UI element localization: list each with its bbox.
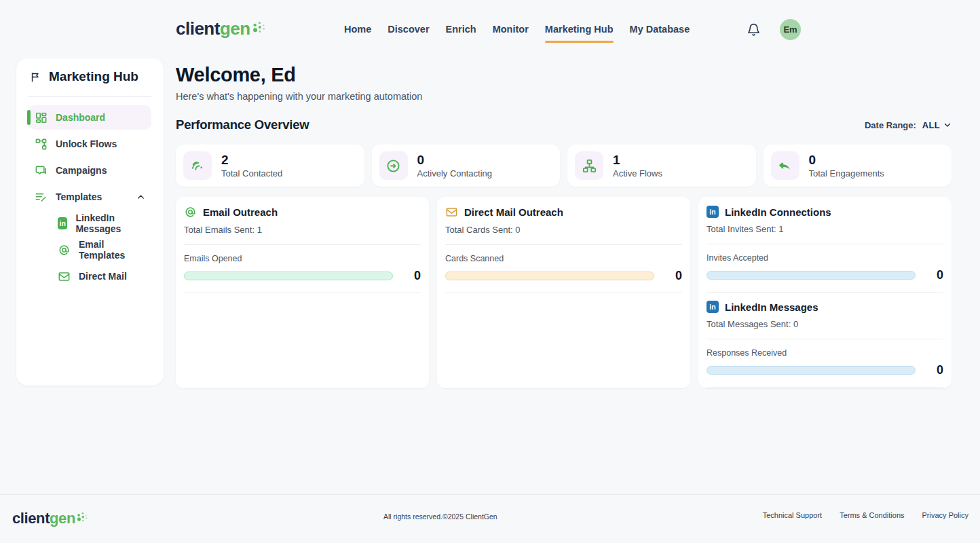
sidebar-item-unlock-flows[interactable]: Unlock Flows	[29, 132, 151, 156]
stat-card-total-engagements: 0 Total Engagements	[764, 145, 952, 187]
nav-item-monitor[interactable]: Monitor	[493, 20, 529, 39]
user-avatar[interactable]: Em	[780, 19, 801, 40]
brand-logo[interactable]: client gen	[176, 18, 266, 39]
stat-label: Total Contacted	[221, 168, 282, 179]
org-hierarchy-icon	[575, 151, 603, 180]
sidebar-item-email-templates[interactable]: Email Templates	[52, 238, 151, 262]
metric-label: Cards Scanned	[445, 254, 682, 263]
emails-opened-progress-bar	[184, 272, 393, 280]
main-content: Welcome, Ed Here's what's happening with…	[176, 58, 951, 388]
footer-link-terms-conditions[interactable]: Terms & Conditions	[840, 511, 904, 519]
metric-label: Responses Received	[706, 348, 943, 358]
divider	[706, 244, 943, 244]
stat-value: 0	[809, 153, 884, 167]
top-navbar: client gen Home Discover Enrich Monitor …	[0, 0, 980, 58]
sidebar-item-label: LinkedIn Messages	[75, 212, 145, 234]
direct-mail-outreach-panel: Direct Mail Outreach Total Cards Sent: 0…	[437, 197, 690, 388]
sidebar-item-dashboard[interactable]: Dashboard	[29, 105, 151, 130]
divider	[184, 293, 421, 293]
metric-value: 0	[411, 269, 421, 283]
sidebar-item-label: Dashboard	[56, 112, 105, 123]
sidebar-item-campaigns[interactable]: Campaigns	[29, 158, 151, 183]
page-subtitle: Here's what's happening with your market…	[176, 91, 951, 102]
date-range-value: ALL	[922, 120, 940, 130]
chevron-down-icon	[943, 121, 951, 129]
sidebar-item-label: Campaigns	[56, 165, 107, 176]
sidebar-item-direct-mail[interactable]: Direct Mail	[52, 264, 151, 288]
brand-logo-secondary: gen	[50, 510, 75, 527]
nav-item-home[interactable]: Home	[344, 20, 371, 39]
divider	[706, 387, 943, 388]
panel-title: LinkedIn Messages	[725, 301, 818, 313]
date-range-dropdown[interactable]: Date Range: ALL	[865, 120, 951, 130]
panel-title: Email Outreach	[203, 206, 278, 218]
envelope-icon	[58, 270, 71, 283]
flow-hierarchy-icon	[35, 138, 48, 151]
stat-value: 1	[613, 153, 662, 167]
stat-card-active-flows: 1 Active Flows	[567, 145, 756, 187]
stat-card-actively-contacting: 0 Actively Contacting	[372, 145, 561, 187]
nav-item-my-database[interactable]: My Database	[630, 20, 690, 39]
primary-nav: Home Discover Enrich Monitor Marketing H…	[344, 0, 690, 58]
sidebar-item-label: Direct Mail	[79, 271, 127, 282]
nav-item-discover[interactable]: Discover	[388, 20, 429, 39]
flag-icon	[30, 71, 41, 83]
sidebar-item-label: Templates	[56, 191, 102, 202]
brand-logo-primary: client	[176, 18, 220, 39]
panel-title: Direct Mail Outreach	[464, 206, 563, 218]
linkedin-icon: in	[706, 301, 719, 313]
stat-card-total-contacted: 2 Total Contacted	[176, 145, 364, 187]
footer-copyright: All rights reserved.©2025 ClientGen	[383, 512, 497, 521]
nav-item-marketing-hub[interactable]: Marketing Hub	[545, 20, 614, 39]
footer-brand-logo[interactable]: client gen	[12, 510, 88, 527]
nav-item-enrich[interactable]: Enrich	[446, 20, 476, 39]
arrow-circle-icon	[379, 151, 408, 180]
panel-total: Total Invites Sent: 1	[706, 224, 943, 234]
divider	[184, 244, 421, 245]
footer-links: Technical Support Terms & Conditions Pri…	[763, 511, 968, 519]
divider	[706, 339, 943, 339]
sidebar-item-label: Email Templates	[79, 239, 145, 261]
linkedin-icon: in	[58, 217, 67, 229]
divider	[445, 244, 682, 245]
linkedin-icon: in	[706, 206, 719, 218]
stat-label: Actively Contacting	[417, 168, 493, 179]
footer-link-privacy-policy[interactable]: Privacy Policy	[922, 511, 968, 519]
chat-bubbles-icon	[35, 164, 48, 177]
sidebar-title-label: Marketing Hub	[49, 69, 138, 84]
sidebar-title: Marketing Hub	[16, 69, 164, 84]
brand-logo-secondary: gen	[220, 18, 250, 39]
panel-title: LinkedIn Connections	[725, 206, 831, 218]
stat-label: Total Engagements	[809, 168, 884, 179]
stat-label: Active Flows	[613, 168, 662, 179]
templates-list-icon	[35, 191, 48, 204]
date-range-label: Date Range:	[865, 120, 916, 130]
cards-scanned-progress-bar	[445, 272, 654, 280]
metric-label: Emails Opened	[184, 254, 421, 263]
section-title: Performance Overview	[176, 117, 309, 132]
stat-value: 2	[221, 153, 282, 167]
envelope-icon	[445, 206, 458, 219]
notifications-bell-icon[interactable]	[747, 22, 761, 37]
page-title: Welcome, Ed	[176, 63, 951, 86]
metric-value: 0	[934, 363, 943, 377]
sidebar-item-templates[interactable]: Templates	[29, 185, 151, 209]
email-outreach-panel: Email Outreach Total Emails Sent: 1 Emai…	[176, 197, 429, 388]
stats-row: 2 Total Contacted 0 Actively Contacting	[176, 145, 951, 187]
invites-accepted-progress-bar	[706, 271, 916, 280]
responses-received-progress-bar	[706, 366, 916, 375]
at-sign-icon	[58, 244, 71, 257]
brand-dots-icon	[252, 20, 266, 35]
panels-row: Email Outreach Total Emails Sent: 1 Emai…	[176, 197, 951, 388]
linkedin-panel: in LinkedIn Connections Total Invites Se…	[698, 197, 951, 388]
sidebar: Marketing Hub Dashboard Unlock Flows	[16, 58, 164, 386]
contact-wave-icon	[183, 151, 212, 180]
sidebar-item-linkedin-messages[interactable]: in LinkedIn Messages	[52, 211, 151, 236]
brand-dots-icon	[77, 510, 88, 524]
divider	[445, 293, 682, 293]
reply-all-arrows-icon	[771, 151, 799, 180]
footer-link-technical-support[interactable]: Technical Support	[763, 511, 822, 519]
dashboard-grid-icon	[35, 111, 48, 124]
metric-value: 0	[673, 269, 682, 283]
sidebar-item-label: Unlock Flows	[56, 138, 117, 149]
